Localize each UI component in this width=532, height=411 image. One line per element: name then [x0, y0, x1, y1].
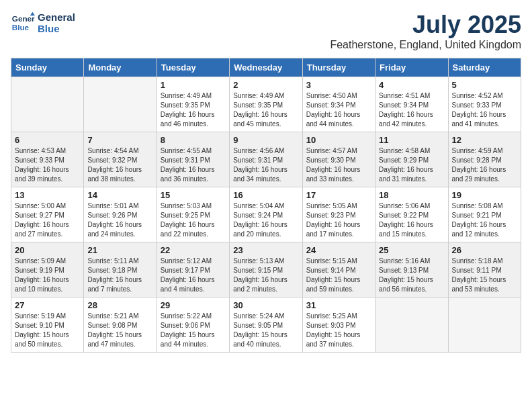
calendar-day-cell: 5Sunrise: 4:52 AMSunset: 9:33 PMDaylight…: [448, 77, 521, 132]
logo-text: GeneralBlue: [38, 11, 75, 34]
calendar-day-cell: [375, 298, 448, 353]
day-number: 17: [306, 190, 371, 200]
day-info: Sunrise: 4:56 AMSunset: 9:31 PMDaylight:…: [233, 146, 298, 184]
calendar-day-cell: 4Sunrise: 4:51 AMSunset: 9:34 PMDaylight…: [375, 77, 448, 132]
day-number: 26: [452, 245, 517, 255]
day-info: Sunrise: 5:21 AMSunset: 9:08 PMDaylight:…: [87, 312, 152, 349]
day-info: Sunrise: 4:51 AMSunset: 9:34 PMDaylight:…: [379, 91, 444, 129]
calendar-day-cell: [448, 298, 521, 353]
day-info: Sunrise: 5:16 AMSunset: 9:13 PMDaylight:…: [379, 257, 444, 294]
day-info: Sunrise: 5:06 AMSunset: 9:22 PMDaylight:…: [379, 201, 444, 239]
day-number: 4: [379, 80, 444, 90]
day-header: Tuesday: [157, 58, 229, 77]
day-number: 24: [306, 245, 371, 255]
day-info: Sunrise: 4:57 AMSunset: 9:30 PMDaylight:…: [306, 146, 371, 184]
calendar-day-cell: 14Sunrise: 5:01 AMSunset: 9:26 PMDayligh…: [84, 187, 157, 242]
day-info: Sunrise: 5:11 AMSunset: 9:18 PMDaylight:…: [87, 257, 152, 294]
day-info: Sunrise: 5:04 AMSunset: 9:24 PMDaylight:…: [233, 201, 298, 239]
calendar-day-cell: 7Sunrise: 4:54 AMSunset: 9:32 PMDaylight…: [84, 132, 157, 187]
calendar-day-cell: 10Sunrise: 4:57 AMSunset: 9:30 PMDayligh…: [302, 132, 375, 187]
day-info: Sunrise: 4:49 AMSunset: 9:35 PMDaylight:…: [161, 91, 226, 129]
calendar-day-cell: 26Sunrise: 5:18 AMSunset: 9:11 PMDayligh…: [448, 242, 521, 298]
calendar-day-cell: [11, 77, 84, 132]
day-number: 20: [15, 245, 80, 255]
calendar-week-row: 6Sunrise: 4:53 AMSunset: 9:33 PMDaylight…: [11, 132, 521, 187]
calendar-day-cell: 12Sunrise: 4:59 AMSunset: 9:28 PMDayligh…: [448, 132, 521, 187]
day-info: Sunrise: 4:55 AMSunset: 9:31 PMDaylight:…: [161, 146, 226, 184]
day-header: Saturday: [448, 58, 521, 77]
calendar-day-cell: 16Sunrise: 5:04 AMSunset: 9:24 PMDayligh…: [230, 187, 302, 242]
day-info: Sunrise: 5:05 AMSunset: 9:23 PMDaylight:…: [306, 201, 371, 239]
day-number: 6: [15, 135, 80, 145]
day-info: Sunrise: 4:49 AMSunset: 9:35 PMDaylight:…: [233, 91, 298, 129]
calendar-day-cell: 28Sunrise: 5:21 AMSunset: 9:08 PMDayligh…: [84, 298, 157, 353]
logo: General Blue GeneralBlue: [11, 11, 75, 35]
day-number: 27: [15, 300, 80, 310]
calendar-day-cell: 17Sunrise: 5:05 AMSunset: 9:23 PMDayligh…: [302, 187, 375, 242]
day-info: Sunrise: 5:03 AMSunset: 9:25 PMDaylight:…: [161, 201, 226, 239]
day-header: Thursday: [302, 58, 375, 77]
day-number: 11: [379, 135, 444, 145]
day-header: Wednesday: [230, 58, 302, 77]
day-number: 21: [87, 245, 152, 255]
day-info: Sunrise: 4:54 AMSunset: 9:32 PMDaylight:…: [87, 146, 152, 184]
day-info: Sunrise: 5:24 AMSunset: 9:05 PMDaylight:…: [233, 312, 298, 349]
day-number: 18: [379, 190, 444, 200]
day-number: 16: [233, 190, 298, 200]
month-title: July 2025: [330, 11, 521, 39]
day-info: Sunrise: 5:25 AMSunset: 9:03 PMDaylight:…: [306, 312, 371, 349]
day-number: 25: [379, 245, 444, 255]
day-info: Sunrise: 4:50 AMSunset: 9:34 PMDaylight:…: [306, 91, 371, 129]
calendar-week-row: 27Sunrise: 5:19 AMSunset: 9:10 PMDayligh…: [11, 298, 521, 353]
calendar-day-cell: 1Sunrise: 4:49 AMSunset: 9:35 PMDaylight…: [157, 77, 229, 132]
day-info: Sunrise: 5:15 AMSunset: 9:14 PMDaylight:…: [306, 257, 371, 294]
calendar-day-cell: 23Sunrise: 5:13 AMSunset: 9:15 PMDayligh…: [230, 242, 302, 298]
calendar-day-cell: 3Sunrise: 4:50 AMSunset: 9:34 PMDaylight…: [302, 77, 375, 132]
calendar-week-row: 1Sunrise: 4:49 AMSunset: 9:35 PMDaylight…: [11, 77, 521, 132]
calendar-day-cell: 24Sunrise: 5:15 AMSunset: 9:14 PMDayligh…: [302, 242, 375, 298]
day-number: 10: [306, 135, 371, 145]
day-number: 8: [161, 135, 226, 145]
calendar-header-row: SundayMondayTuesdayWednesdayThursdayFrid…: [11, 58, 521, 77]
calendar-day-cell: 11Sunrise: 4:58 AMSunset: 9:29 PMDayligh…: [375, 132, 448, 187]
day-info: Sunrise: 4:53 AMSunset: 9:33 PMDaylight:…: [15, 146, 80, 184]
day-info: Sunrise: 5:00 AMSunset: 9:27 PMDaylight:…: [15, 201, 80, 239]
day-number: 3: [306, 80, 371, 90]
day-number: 9: [233, 135, 298, 145]
day-number: 28: [87, 300, 152, 310]
day-info: Sunrise: 5:19 AMSunset: 9:10 PMDaylight:…: [15, 312, 80, 349]
title-block: July 2025 Featherstone, England, United …: [330, 11, 521, 51]
day-number: 30: [233, 300, 298, 310]
day-number: 14: [87, 190, 152, 200]
day-header: Monday: [84, 58, 157, 77]
day-number: 2: [233, 80, 298, 90]
day-number: 12: [452, 135, 517, 145]
calendar-day-cell: 20Sunrise: 5:09 AMSunset: 9:19 PMDayligh…: [11, 242, 84, 298]
day-header: Sunday: [11, 58, 84, 77]
day-number: 31: [306, 300, 371, 310]
day-info: Sunrise: 4:52 AMSunset: 9:33 PMDaylight:…: [452, 91, 517, 129]
calendar-day-cell: 8Sunrise: 4:55 AMSunset: 9:31 PMDaylight…: [157, 132, 229, 187]
day-info: Sunrise: 5:13 AMSunset: 9:15 PMDaylight:…: [233, 257, 298, 294]
day-info: Sunrise: 4:59 AMSunset: 9:28 PMDaylight:…: [452, 146, 517, 184]
calendar-day-cell: 29Sunrise: 5:22 AMSunset: 9:06 PMDayligh…: [157, 298, 229, 353]
calendar-day-cell: 18Sunrise: 5:06 AMSunset: 9:22 PMDayligh…: [375, 187, 448, 242]
calendar-day-cell: [84, 77, 157, 132]
day-number: 22: [161, 245, 226, 255]
day-number: 15: [161, 190, 226, 200]
day-number: 19: [452, 190, 517, 200]
day-number: 13: [15, 190, 80, 200]
calendar-day-cell: 15Sunrise: 5:03 AMSunset: 9:25 PMDayligh…: [157, 187, 229, 242]
calendar-day-cell: 6Sunrise: 4:53 AMSunset: 9:33 PMDaylight…: [11, 132, 84, 187]
calendar-day-cell: 22Sunrise: 5:12 AMSunset: 9:17 PMDayligh…: [157, 242, 229, 298]
page-header: General Blue GeneralBlue July 2025 Feath…: [11, 11, 521, 51]
day-number: 7: [87, 135, 152, 145]
day-number: 29: [161, 300, 226, 310]
calendar-day-cell: 30Sunrise: 5:24 AMSunset: 9:05 PMDayligh…: [230, 298, 302, 353]
day-info: Sunrise: 5:01 AMSunset: 9:26 PMDaylight:…: [87, 201, 152, 239]
svg-text:Blue: Blue: [12, 23, 30, 32]
calendar-day-cell: 21Sunrise: 5:11 AMSunset: 9:18 PMDayligh…: [84, 242, 157, 298]
calendar-day-cell: 27Sunrise: 5:19 AMSunset: 9:10 PMDayligh…: [11, 298, 84, 353]
calendar-day-cell: 9Sunrise: 4:56 AMSunset: 9:31 PMDaylight…: [230, 132, 302, 187]
calendar-day-cell: 2Sunrise: 4:49 AMSunset: 9:35 PMDaylight…: [230, 77, 302, 132]
